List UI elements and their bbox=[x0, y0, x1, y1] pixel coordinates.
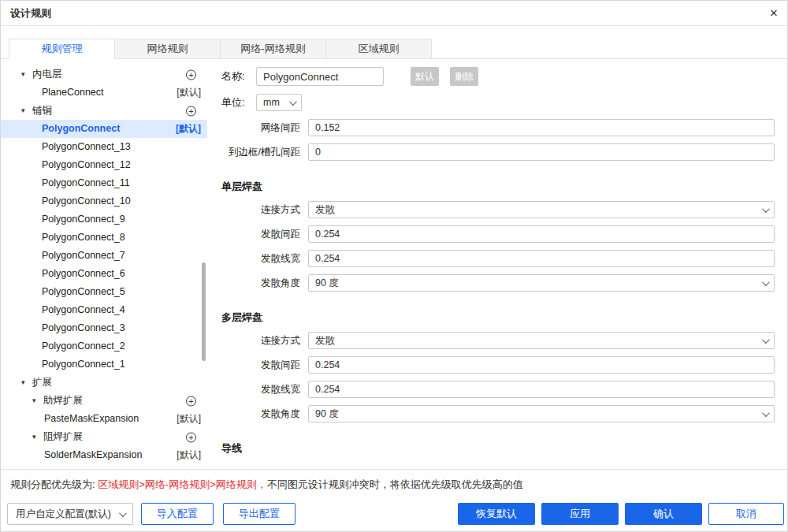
chevron-down-icon bbox=[762, 409, 770, 417]
tree-item[interactable]: PolygonConnect_1 bbox=[1, 355, 207, 374]
tree-item-label: PolygonConnect_8 bbox=[42, 232, 125, 243]
close-icon[interactable]: × bbox=[770, 6, 778, 20]
main-area: ▾内电层+PlaneConnect[默认]▾铺铜+PolygonConnect[… bbox=[1, 59, 787, 469]
text-input[interactable] bbox=[308, 356, 775, 374]
tree-item-label: PolygonConnect_4 bbox=[42, 304, 125, 315]
confirm-button[interactable]: 确认 bbox=[625, 503, 702, 525]
default-button[interactable]: 默认 bbox=[411, 67, 439, 86]
rule-name-input[interactable] bbox=[256, 67, 384, 86]
field-label: 发散间距 bbox=[221, 228, 300, 241]
tab-region-rules[interactable]: 区域规则 bbox=[325, 39, 432, 59]
form-row: 到边框/槽孔间距 bbox=[221, 143, 775, 161]
tree-item[interactable]: PolygonConnect_5 bbox=[1, 283, 207, 301]
dropdown-field[interactable]: 90 度 bbox=[308, 274, 775, 292]
name-row: 名称: 默认 删除 bbox=[221, 67, 775, 86]
tab-rule-management[interactable]: 规则管理 bbox=[9, 39, 115, 59]
caret-down-icon[interactable]: ▾ bbox=[21, 374, 32, 392]
dropdown-field[interactable]: 发散 bbox=[308, 201, 775, 218]
tree-item-label: PasteMaskExpansion bbox=[44, 413, 139, 424]
tree-item[interactable]: PolygonConnect_4 bbox=[1, 301, 207, 319]
caret-down-icon[interactable]: ▾ bbox=[21, 102, 32, 120]
chevron-down-icon bbox=[289, 98, 297, 106]
cancel-button[interactable]: 取消 bbox=[708, 503, 784, 525]
caret-down-icon[interactable]: ▾ bbox=[21, 65, 32, 84]
add-rule-icon[interactable]: + bbox=[186, 432, 196, 442]
tree-item-label: PlaneConnect bbox=[42, 87, 104, 98]
priority-prefix: 规则分配优先级为: bbox=[10, 478, 98, 490]
tabstrip: 规则管理 网络规则 网络-网络规则 区域规则 bbox=[1, 39, 787, 59]
text-input[interactable] bbox=[308, 119, 775, 136]
add-rule-icon[interactable]: + bbox=[186, 69, 196, 80]
tree-item-label: PolygonConnect_11 bbox=[42, 177, 130, 188]
caret-down-icon[interactable]: ▾ bbox=[32, 392, 43, 410]
unit-label: 单位: bbox=[221, 95, 256, 110]
import-config-button[interactable]: 导入配置 bbox=[141, 503, 214, 525]
rule-detail-panel: 名称: 默认 删除 单位: mm 网络间距到边框/槽孔间距单层焊盘连接方式发散发… bbox=[207, 59, 787, 469]
tree-item[interactable]: PolygonConnect[默认] bbox=[1, 120, 207, 138]
tree-group[interactable]: ▾扩展 bbox=[1, 374, 207, 392]
field-label: 连接方式 bbox=[221, 334, 300, 348]
text-input[interactable] bbox=[308, 250, 775, 267]
unit-select[interactable]: mm bbox=[256, 94, 302, 111]
dropdown-field[interactable]: 发散 bbox=[308, 332, 775, 349]
config-select[interactable]: 用户自定义配置(默认) bbox=[7, 503, 133, 525]
tree-item[interactable]: PolygonConnect_8 bbox=[1, 229, 207, 247]
export-config-button[interactable]: 导出配置 bbox=[223, 503, 296, 525]
add-rule-icon[interactable]: + bbox=[186, 106, 196, 116]
tree-item[interactable]: PolygonConnect_11 bbox=[1, 174, 207, 192]
caret-down-icon[interactable]: ▾ bbox=[32, 428, 43, 446]
form-row: 连接方式发散 bbox=[221, 201, 775, 218]
priority-note: 规则分配优先级为: 区域规则>网络-网络规则>网络规则，不同图元设计规则冲突时，… bbox=[1, 469, 787, 500]
tree-item-label: PolygonConnect_1 bbox=[42, 359, 125, 370]
field-label: 连接方式 bbox=[221, 203, 300, 217]
tab-net-rules[interactable]: 网络规则 bbox=[114, 39, 221, 59]
tree-item[interactable]: PolygonConnect_3 bbox=[1, 319, 207, 337]
dropdown-value: 90 度 bbox=[315, 277, 339, 290]
tree-item[interactable]: PolygonConnect_9 bbox=[1, 210, 207, 229]
field-label: 发散线宽 bbox=[221, 383, 300, 396]
tree-item[interactable]: PolygonConnect_10 bbox=[1, 192, 207, 210]
tree-item[interactable]: PolygonConnect_6 bbox=[1, 265, 207, 283]
dropdown-field[interactable]: 90 度 bbox=[308, 405, 775, 422]
tree-item-label: PolygonConnect_6 bbox=[42, 268, 125, 279]
tree-item[interactable]: PolygonConnect_7 bbox=[1, 247, 207, 265]
tree-item[interactable]: SolderMaskExpansion[默认] bbox=[1, 446, 207, 464]
design-rules-dialog: 设计规则 × 规则管理 网络规则 网络-网络规则 区域规则 ▾内电层+Plane… bbox=[0, 0, 788, 532]
restore-default-button[interactable]: 恢复默认 bbox=[458, 503, 535, 525]
tree-item[interactable]: PlaneConnect[默认] bbox=[1, 84, 207, 102]
tree-item-label: PolygonConnect_13 bbox=[42, 141, 131, 152]
bottom-bar: 用户自定义配置(默认) 导入配置 导出配置 恢复默认 应用 确认 取消 bbox=[1, 500, 787, 525]
text-input[interactable] bbox=[308, 143, 775, 161]
field-label: 网络间距 bbox=[221, 121, 300, 135]
form-row: 发散间距 bbox=[221, 225, 775, 243]
field-label: 发散间距 bbox=[221, 359, 300, 372]
section-title: 导线 bbox=[221, 441, 775, 456]
tree-item-label: 铺铜 bbox=[32, 105, 52, 116]
add-rule-icon[interactable]: + bbox=[186, 396, 196, 406]
tree-item[interactable]: PasteMaskExpansion[默认] bbox=[1, 410, 207, 428]
delete-button[interactable]: 删除 bbox=[450, 67, 478, 86]
tree-item[interactable]: PolygonConnect_2 bbox=[1, 337, 207, 355]
tree-item[interactable]: PolygonConnect_13 bbox=[1, 138, 207, 156]
unit-row: 单位: mm bbox=[221, 94, 775, 111]
tree-group[interactable]: ▾铺铜+ bbox=[1, 102, 207, 120]
tree-item-label: 内电层 bbox=[32, 69, 62, 80]
chevron-down-icon bbox=[762, 278, 770, 286]
bottom-left-group: 用户自定义配置(默认) 导入配置 导出配置 bbox=[7, 503, 305, 525]
tab-net-net-rules[interactable]: 网络-网络规则 bbox=[220, 39, 326, 59]
chevron-down-icon bbox=[119, 509, 127, 517]
tree-group[interactable]: ▾内电层+ bbox=[1, 65, 207, 84]
tree-group[interactable]: ▾助焊扩展+ bbox=[1, 392, 207, 410]
bottom-right-group: 恢复默认 应用 确认 取消 bbox=[452, 503, 784, 525]
apply-button[interactable]: 应用 bbox=[541, 503, 619, 525]
tree-item[interactable]: PolygonConnect_12 bbox=[1, 156, 207, 174]
default-badge: [默认] bbox=[177, 410, 201, 428]
form-row: 网络间距 bbox=[221, 119, 775, 136]
field-label: 发散角度 bbox=[221, 277, 300, 290]
text-input[interactable] bbox=[308, 225, 775, 243]
tree-item-label: PolygonConnect_7 bbox=[42, 250, 125, 261]
dropdown-value: 90 度 bbox=[315, 407, 339, 421]
tree-group[interactable]: ▾阻焊扩展+ bbox=[1, 428, 207, 446]
text-input[interactable] bbox=[308, 381, 775, 398]
tree-item-label: PolygonConnect_3 bbox=[42, 322, 125, 333]
